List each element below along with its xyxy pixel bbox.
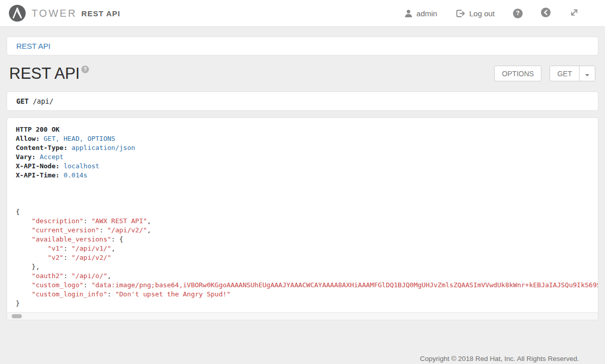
code-token: "AWX REST API": [92, 217, 147, 225]
code-token: "v1": [48, 245, 64, 252]
get-dropdown-button[interactable]: [579, 66, 595, 81]
caret-down-icon: [585, 74, 589, 76]
code-token: "/api/o/": [72, 272, 107, 280]
code-token: "oauth2": [32, 272, 64, 280]
code-token: Content-Type:: [16, 144, 68, 151]
response-line: "v2": "/api/v2/": [16, 253, 598, 262]
question-icon: ?: [516, 10, 520, 17]
response-line: HTTP 200 OK: [16, 125, 598, 134]
code-token: [16, 254, 48, 261]
code-token: :: [64, 254, 72, 261]
page-title-text: REST API: [9, 65, 80, 83]
response-line: Allow: GET, HEAD, OPTIONS: [16, 134, 598, 143]
code-token: :: [64, 272, 72, 280]
code-token: "available_versions": [32, 235, 111, 243]
code-token: [16, 235, 32, 243]
response-line: {: [16, 207, 598, 217]
horizontal-scrollbar[interactable]: [7, 312, 598, 320]
options-button[interactable]: OPTIONS: [494, 66, 541, 81]
code-token: [16, 272, 32, 280]
code-token: :: [107, 290, 115, 298]
response-line: X-API-Time: 0.014s: [16, 171, 598, 180]
code-token: GET, HEAD, OPTIONS: [44, 135, 115, 142]
logout-label: Log out: [469, 9, 495, 18]
code-token: "custom_logo": [32, 281, 83, 289]
response-line: [16, 198, 598, 207]
response-line: }: [16, 299, 598, 308]
code-token: {: [16, 208, 20, 216]
expand-arrows-icon: [569, 7, 580, 20]
brand-tower-label: TOWER: [32, 8, 77, 19]
code-token: "custom_login_info": [32, 290, 107, 298]
code-token: application/json: [72, 144, 135, 151]
code-token: [68, 144, 72, 151]
response-panel: HTTP 200 OKAllow: GET, HEAD, OPTIONSCont…: [7, 117, 598, 320]
code-token: localhost: [64, 162, 99, 170]
title-help-icon[interactable]: ?: [81, 66, 89, 73]
response-line: Content-Type: application/json: [16, 143, 598, 153]
code-token: "/api/v2/": [107, 226, 147, 234]
code-token: "/api/v1/": [72, 245, 111, 252]
footer: Copyright © 2018 Red Hat, Inc. All Right…: [7, 355, 598, 362]
response-line: "description": "AWX REST API",: [16, 217, 598, 226]
logout-icon: [456, 9, 466, 18]
code-token: "/api/v2/": [72, 254, 111, 261]
arrow-left-circle-icon: [541, 8, 551, 19]
code-token: [16, 245, 48, 252]
current-user-label: admin: [416, 9, 437, 18]
code-token: }: [16, 299, 20, 307]
code-token: [16, 226, 32, 234]
get-button[interactable]: GET: [550, 66, 580, 81]
response-line: "v1": "/api/v1/",: [16, 244, 598, 253]
help-button[interactable]: ?: [513, 9, 523, 18]
ansible-logo-icon: [9, 5, 26, 22]
breadcrumb: REST API: [7, 37, 598, 55]
breadcrumb-link-rest-api[interactable]: REST API: [16, 42, 50, 50]
code-token: [59, 171, 64, 179]
user-icon: [404, 9, 413, 18]
back-button[interactable]: [541, 8, 551, 19]
code-token: ,: [111, 245, 115, 252]
code-token: Accept: [40, 153, 64, 161]
response-body: HTTP 200 OKAllow: GET, HEAD, OPTIONSCont…: [7, 118, 598, 312]
brand[interactable]: TOWER REST API: [9, 5, 120, 22]
main-content: REST API REST API ? OPTIONS GET GET /api…: [7, 37, 598, 362]
code-token: "current_version": [32, 226, 99, 234]
code-token: X-API-Time:: [16, 171, 59, 179]
response-line: "custom_logo": "data:image/png;base64,iV…: [16, 281, 598, 290]
response-line: "oauth2": "/api/o/",: [16, 271, 598, 281]
code-token: :: [99, 226, 107, 234]
code-token: [36, 153, 40, 161]
code-token: X-API-Node:: [16, 162, 59, 170]
code-token: },: [16, 263, 40, 270]
copyright-text: Copyright © 2018 Red Hat, Inc. All Right…: [420, 355, 579, 362]
expand-button[interactable]: [569, 7, 580, 20]
code-token: :: [83, 217, 92, 225]
response-line: },: [16, 262, 598, 271]
response-line: "custom_login_info": "Don't upset the An…: [16, 290, 598, 299]
code-token: HTTP 200 OK: [16, 126, 59, 133]
scrollbar-thumb[interactable]: [12, 314, 22, 318]
code-token: ,: [147, 217, 151, 225]
code-token: "data:image/png;base64,iVBORw0KGgoAAAANS…: [92, 281, 598, 289]
code-token: "Don't upset the Angry Spud!": [115, 290, 231, 298]
code-token: "description": [32, 217, 83, 225]
response-line: X-API-Node: localhost: [16, 162, 598, 171]
code-token: :: [83, 281, 92, 289]
logout-button[interactable]: Log out: [456, 9, 495, 18]
navbar-menu: admin Log out ?: [404, 7, 580, 20]
response-line: "available_versions": {: [16, 235, 598, 244]
page-title: REST API ?: [9, 65, 89, 83]
request-actions: OPTIONS GET: [494, 66, 595, 81]
brand-section-label: REST API: [81, 9, 120, 18]
code-token: : {: [111, 235, 123, 243]
response-line: "current_version": "/api/v2/",: [16, 226, 598, 235]
code-token: [16, 290, 32, 298]
response-line: [16, 180, 598, 189]
page-header: REST API ? OPTIONS GET: [9, 62, 595, 85]
current-user[interactable]: admin: [404, 9, 437, 18]
code-token: 0.014s: [64, 171, 87, 179]
code-token: Vary:: [16, 153, 36, 161]
code-token: ,: [107, 272, 111, 280]
request-bar: GET /api/: [7, 92, 598, 111]
